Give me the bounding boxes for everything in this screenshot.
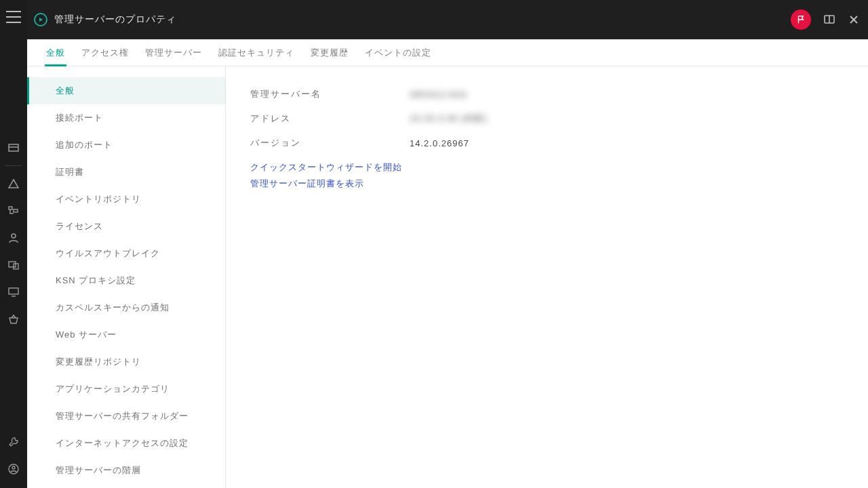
detail-link-0[interactable]: クイックスタートウィザードを開始	[250, 161, 844, 174]
tab-0[interactable]: 全般	[38, 39, 73, 66]
sidebar-item-1[interactable]: 接続ポート	[27, 104, 225, 131]
sidebar-item-3[interactable]: 証明書	[27, 159, 225, 186]
detail-link-1[interactable]: 管理サーバー証明書を表示	[250, 178, 844, 190]
rail-account-icon[interactable]	[0, 455, 27, 483]
svg-rect-3	[14, 209, 18, 212]
sidebar-item-8[interactable]: カスペルスキーからの通知	[27, 294, 225, 321]
sidebar-item-13[interactable]: インターネットアクセスの設定	[27, 430, 225, 457]
tab-4[interactable]: 変更履歴	[302, 39, 357, 66]
svg-rect-0	[9, 144, 18, 151]
detail-row-1: アドレス10.20.3.45 (内部)	[250, 113, 844, 125]
window-header: 管理サーバーのプロパティ	[27, 0, 868, 39]
detail-row-2: バージョン14.2.0.26967	[250, 137, 844, 149]
sidebar-item-11[interactable]: アプリケーションカテゴリ	[27, 375, 225, 403]
tab-3[interactable]: 認証セキュリティ	[210, 39, 302, 66]
rail-divider	[5, 165, 22, 166]
detail-label: バージョン	[250, 137, 410, 149]
sidebar-item-12[interactable]: 管理サーバーの共有フォルダー	[27, 403, 225, 430]
tab-1[interactable]: アクセス権	[73, 39, 137, 66]
detail-label: アドレス	[250, 113, 410, 125]
sidebar-item-2[interactable]: 追加のポート	[27, 131, 225, 159]
detail-panel: 管理サーバー名SRV012-K01アドレス10.20.3.45 (内部)バージョ…	[226, 66, 868, 488]
rail-monitor-icon[interactable]	[0, 279, 27, 306]
tab-5[interactable]: イベントの設定	[357, 39, 439, 66]
detail-label: 管理サーバー名	[250, 88, 410, 100]
menu-icon[interactable]	[6, 11, 21, 23]
sidebar-item-7[interactable]: KSN プロキシ設定	[27, 267, 225, 294]
detail-row-0: 管理サーバー名SRV012-K01	[250, 88, 844, 100]
notification-flag-button[interactable]	[791, 9, 811, 30]
svg-rect-7	[9, 288, 18, 294]
rail-wrench-icon[interactable]	[0, 428, 27, 455]
detail-value: SRV012-K01	[410, 89, 468, 100]
settings-sidebar: 全般接続ポート追加のポート証明書イベントリポジトリライセンスウイルスアウトブレイ…	[27, 66, 226, 488]
sidebar-item-10[interactable]: 変更履歴リポジトリ	[27, 348, 225, 375]
rail-alert-icon[interactable]	[0, 170, 27, 197]
rail-basket-icon[interactable]	[0, 306, 27, 333]
sidebar-item-14[interactable]: 管理サーバーの階層	[27, 457, 225, 484]
svg-point-4	[12, 234, 16, 238]
rail-structure-icon[interactable]	[0, 197, 27, 224]
tab-2[interactable]: 管理サーバー	[137, 39, 210, 66]
rail-dashboard-icon[interactable]	[0, 134, 27, 161]
rail-devices-icon[interactable]	[0, 251, 27, 279]
sidebar-item-5[interactable]: ライセンス	[27, 213, 225, 240]
svg-rect-2	[9, 207, 12, 209]
sidebar-item-6[interactable]: ウイルスアウトブレイク	[27, 240, 225, 267]
tab-bar: 全般アクセス権管理サーバー認証セキュリティ変更履歴イベントの設定	[27, 39, 868, 66]
rail-user-icon[interactable]	[0, 224, 27, 251]
detail-value: 14.2.0.26967	[410, 138, 469, 148]
sidebar-item-4[interactable]: イベントリポジトリ	[27, 186, 225, 213]
svg-point-10	[12, 466, 15, 469]
content-area: 全般接続ポート追加のポート証明書イベントリポジトリライセンスウイルスアウトブレイ…	[27, 66, 868, 488]
main-area: 管理サーバーのプロパティ 全般アクセス権管理サーバー認証セキュリティ変更履歴イベ…	[27, 0, 868, 488]
bookmark-icon[interactable]	[823, 14, 835, 26]
sidebar-item-0[interactable]: 全般	[27, 77, 225, 104]
detail-links: クイックスタートウィザードを開始管理サーバー証明書を表示	[250, 161, 844, 190]
svg-rect-5	[9, 262, 16, 267]
detail-value: 10.20.3.45 (内部)	[410, 113, 488, 125]
app-icon	[34, 13, 47, 26]
sidebar-item-9[interactable]: Web サーバー	[27, 321, 225, 348]
left-nav-rail	[0, 0, 27, 488]
close-icon[interactable]	[848, 14, 860, 26]
page-title: 管理サーバーのプロパティ	[54, 14, 176, 26]
